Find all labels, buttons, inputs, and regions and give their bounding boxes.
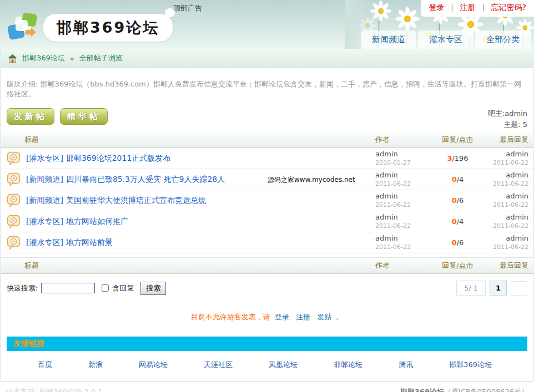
column-replies: 回复/点击 — [431, 135, 484, 145]
last-reply-author[interactable]: admin — [506, 213, 528, 222]
breadcrumb-current: 全部帖子浏览 — [79, 53, 123, 63]
logo-icon — [7, 12, 43, 43]
breadcrumb-home-link[interactable]: 邯郸369论坛 — [22, 53, 65, 63]
page-jump-input[interactable] — [511, 281, 527, 296]
post-category: [灌水专区] — [26, 154, 63, 164]
main-nav: 新闻频道 灌水专区 全部分类 — [361, 30, 531, 49]
featured-posts-button[interactable]: 精华帖 — [60, 108, 108, 125]
toolbar: 发新帖 精华帖 吧主:admin 主题: 5 — [1, 103, 533, 131]
friend-link-tencent[interactable]: 腾讯 — [399, 360, 413, 370]
notice-login-link[interactable]: 登录 — [275, 313, 289, 321]
include-replies-checkbox[interactable] — [102, 284, 109, 292]
friend-link-netease[interactable]: 网易论坛 — [139, 360, 168, 370]
home-icon[interactable] — [8, 54, 17, 63]
post-date: 2010-01-27 — [375, 159, 431, 167]
post-date: 2011-06-22 — [375, 243, 431, 251]
post-icon — [7, 215, 21, 228]
nav-tab-all-categories[interactable]: 全部分类 — [475, 30, 531, 49]
pagination: 5/ 1 1 — [456, 281, 527, 296]
friend-links-bar: 友情链接 — [7, 337, 527, 351]
table-row: [新闻频道] 四川暴雨已致85.3万人受灾 死亡9人失踪28人 源码之家www.… — [1, 169, 533, 190]
current-page-button[interactable]: 1 — [490, 281, 507, 296]
moderator-label: 吧主:admin — [488, 108, 527, 119]
notice-register-link[interactable]: 注册 — [296, 313, 310, 321]
register-link[interactable]: 注册 — [460, 3, 476, 13]
quick-search-label: 快速搜索: — [7, 283, 38, 293]
post-title: 地方网站前景 — [66, 238, 113, 248]
column-replies: 回复/点击 — [431, 261, 484, 271]
quick-search-input[interactable] — [41, 283, 95, 293]
last-reply-author[interactable]: admin — [506, 192, 528, 201]
last-reply-author[interactable]: admin — [506, 234, 528, 243]
forgot-password-link[interactable]: 忘记密码? — [491, 3, 526, 13]
login-link[interactable]: 登录 — [429, 3, 444, 13]
tech-support-text: 技术支持: 邯郸369论坛 2.0.1 — [6, 386, 103, 392]
post-author[interactable]: admin — [375, 150, 431, 159]
board-intro: 版块介绍: 邯郸369论坛（bbs.hd369.com）邯郸人免费发布信息交流平… — [1, 68, 533, 103]
post-category: [灌水专区] — [26, 217, 63, 227]
notice-period: 。 — [336, 313, 343, 321]
table-row: [灌水专区] 地方网站前景 admin 2011-06-22 0/6 admin… — [1, 232, 533, 253]
last-reply-date: 2011-06-22 — [493, 180, 528, 188]
click-count: /4 — [457, 175, 464, 184]
post-author[interactable]: admin — [375, 234, 431, 243]
column-title: 标题 — [1, 135, 373, 145]
post-title: 邯郸369论坛2011正式版发布 — [66, 154, 170, 164]
post-author[interactable]: admin — [375, 213, 431, 222]
site-logo[interactable]: 邯郸369论坛 — [7, 12, 173, 43]
post-title-link[interactable]: [新闻频道] 美国前驻华大使洪博培正式宣布竞选总统 — [26, 196, 206, 206]
click-count: /6 — [457, 238, 464, 247]
main-container: 邯郸369论坛 » 全部帖子浏览 版块介绍: 邯郸369论坛（bbs.hd369… — [1, 49, 533, 381]
last-reply-date: 2011-06-22 — [493, 243, 528, 251]
post-author[interactable]: admin — [375, 192, 431, 201]
notice-post-link[interactable]: 发贴 — [317, 313, 331, 321]
post-icon — [7, 151, 21, 165]
reply-count: 0 — [452, 238, 457, 247]
friend-link-sina[interactable]: 新浪 — [88, 360, 103, 370]
watermark-text: 源码之家www.mycodes.net — [268, 175, 355, 185]
guest-notice: 目前不允许游客发表，请 登录 注册 发贴 。 — [1, 300, 533, 327]
friend-link-tianya[interactable]: 天涯社区 — [204, 360, 233, 370]
post-title-link[interactable]: [灌水专区] 邯郸369论坛2011正式版发布 — [26, 154, 170, 164]
new-post-button[interactable]: 发新帖 — [7, 108, 54, 125]
breadcrumb: 邯郸369论坛 » 全部帖子浏览 — [1, 49, 533, 68]
friend-link-handan[interactable]: 邯郸论坛 — [334, 360, 362, 370]
footer-site-name: 邯郸369论坛 — [400, 388, 444, 392]
friend-link-hd369[interactable]: 邯郸369论坛 — [449, 360, 492, 370]
footer-icp: （冀ICP备05008626号） — [444, 388, 528, 392]
post-date: 2011-06-22 — [375, 180, 431, 188]
notice-text: 目前不允许游客发表，请 — [191, 313, 270, 321]
column-last-reply: 最后回复 — [484, 261, 533, 271]
search-button[interactable]: 搜索 — [140, 282, 166, 295]
table-header: 标题 作者 回复/点击 最后回复 — [1, 131, 533, 148]
last-reply-date: 2011-06-22 — [493, 222, 528, 230]
post-title: 四川暴雨已致85.3万人受灾 死亡9人失踪28人 — [66, 175, 225, 185]
column-author: 作者 — [373, 135, 431, 145]
table-row: [新闻频道] 美国前驻华大使洪博培正式宣布竞选总统 admin 2011-06-… — [1, 190, 533, 211]
friend-links-row: 百度 新浪 网易论坛 天涯社区 凤凰论坛 邯郸论坛 腾讯 邯郸369论坛 — [7, 351, 527, 381]
auth-separator: | — [482, 4, 485, 12]
post-author[interactable]: admin — [375, 171, 431, 180]
nav-tab-water[interactable]: 灌水专区 — [418, 30, 473, 49]
post-icon — [7, 194, 21, 207]
friend-links-section: 友情链接 百度 新浪 网易论坛 天涯社区 凤凰论坛 邯郸论坛 腾讯 邯郸369论… — [7, 337, 527, 381]
click-count: /6 — [457, 196, 464, 205]
footer-right: 邯郸369论坛（冀ICP备05008626号） GMT+8, 2011/6/23… — [345, 386, 528, 392]
post-title: 地方网站如何推广 — [66, 217, 128, 227]
last-reply-author[interactable]: admin — [506, 171, 528, 180]
post-title-link[interactable]: [灌水专区] 地方网站前景 — [26, 238, 113, 248]
post-date: 2011-06-22 — [375, 222, 431, 230]
auth-strip: 登录 | 注册 | 忘记密码? — [421, 0, 534, 17]
post-title-link[interactable]: [新闻频道] 四川暴雨已致85.3万人受灾 死亡9人失踪28人 — [26, 175, 225, 185]
last-reply-author[interactable]: admin — [506, 150, 528, 159]
click-count: /4 — [457, 217, 464, 226]
nav-tab-news[interactable]: 新闻频道 — [361, 30, 416, 49]
topic-count-label: 主题: 5 — [488, 119, 527, 130]
friend-link-ifeng[interactable]: 凤凰论坛 — [269, 360, 298, 370]
post-title-link[interactable]: [灌水专区] 地方网站如何推广 — [26, 217, 128, 227]
table-row: [灌水专区] 地方网站如何推广 admin 2011-06-22 0/4 adm… — [1, 211, 533, 232]
post-date: 2011-06-22 — [375, 201, 431, 209]
post-category: [灌水专区] — [26, 238, 63, 248]
friend-link-baidu[interactable]: 百度 — [38, 360, 52, 370]
post-icon — [7, 236, 21, 250]
